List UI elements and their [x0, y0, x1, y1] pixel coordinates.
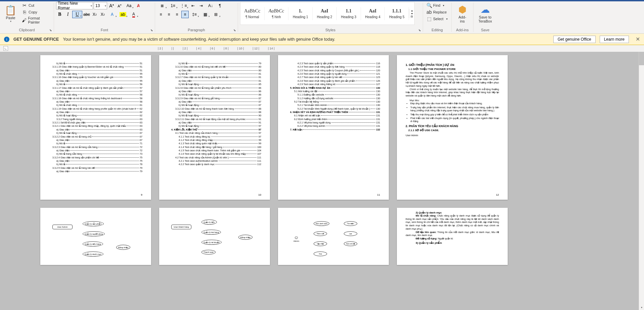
shrink-font-button[interactable]: A▾	[116, 2, 123, 9]
scroll-down-button[interactable]: ▾	[639, 305, 644, 310]
style-item-0[interactable]: AaBbCc¶ Normal	[240, 7, 265, 20]
page-11: 4.2.3 Test case quản lý sản phẩm1164.2.4…	[278, 55, 389, 200]
sort-button[interactable]: A↓	[205, 2, 216, 9]
align-right-button[interactable]: ≡	[173, 11, 181, 18]
gallery-down[interactable]: ▾	[409, 12, 414, 15]
page-15: Admin Xem danh sách Thêm mới Cập nhật Xó…	[278, 208, 389, 265]
multilevel-list-button[interactable]: ⋮≡▾	[179, 2, 189, 9]
change-case-button[interactable]: Aa▾	[124, 2, 134, 9]
style-item-3[interactable]: AaIHeading 2	[313, 7, 337, 20]
document-area[interactable]: b) Mô tả513.3.1.15 Giao diện trang quản …	[0, 52, 644, 310]
find-label: Find	[433, 3, 440, 7]
paste-label: Paste	[6, 16, 15, 20]
styles-gallery[interactable]: AaBbCc¶ NormalAaBbCc¶ hinh1.Heading 1AaI…	[240, 2, 415, 25]
group-editing: 🔍Find▾ abReplace ⬚Select▾ Editing	[423, 1, 451, 33]
justify-button[interactable]: ≡	[181, 11, 189, 18]
group-clipboard: 📋 Paste ▾ ✂Cut ⎘Copy 🖌Format Painter Cli…	[0, 1, 54, 33]
ribbon: 📋 Paste ▾ ✂Cut ⎘Copy 🖌Format Painter Cli…	[0, 1, 644, 34]
scroll-thumb[interactable]	[639, 52, 644, 65]
diagram-ellipse: Xóa	[314, 251, 327, 256]
group-save: ☁Save to TeraBox Save	[473, 1, 497, 33]
font-group-label: Font	[56, 27, 153, 33]
diagram-ellipse: Quản lý sản phẩm	[83, 221, 104, 226]
font-name-value: Times New Romar	[58, 1, 87, 10]
subscript-button[interactable]: X2	[91, 11, 98, 18]
font-size-value: 13	[95, 3, 100, 8]
diagram-ellipse: Đăng nhập	[116, 245, 130, 250]
copy-button[interactable]: ⎘Copy	[20, 9, 52, 15]
style-item-2[interactable]: 1.Heading 1	[288, 7, 313, 20]
gallery-up[interactable]: ▴	[409, 9, 414, 12]
font-name-combo[interactable]: Times New Romar▾	[56, 2, 93, 9]
italic-button[interactable]: I	[64, 11, 72, 18]
styles-dialog-launcher[interactable]: ⬊	[417, 28, 422, 33]
bold-button[interactable]: B	[56, 11, 63, 18]
format-painter-button[interactable]: 🖌Format Painter	[20, 15, 52, 25]
style-item-1[interactable]: AaBbCc¶ hinh	[265, 7, 289, 20]
cut-button[interactable]: ✂Cut	[20, 2, 52, 9]
paragraph-dialog-launcher[interactable]: ⬊	[232, 28, 237, 33]
font-color-button[interactable]: A▾	[129, 11, 139, 18]
borders-button[interactable]: ⊞▾	[211, 11, 221, 18]
page-16: 2) Quản lý danh mụcMô tả chức năng: Chức…	[397, 208, 508, 265]
styles-group-label: Styles	[240, 27, 421, 33]
find-button[interactable]: 🔍Find▾	[425, 2, 446, 9]
horizontal-ruler[interactable]: | 2 || || 2 || 4 || 6 || 8 || 10 || 12 |…	[158, 47, 275, 50]
grow-font-button[interactable]: A▴	[108, 2, 115, 9]
get-genuine-office-button[interactable]: Get genuine Office	[553, 36, 596, 43]
diagram-ellipse: Quản lý tài khoản	[201, 240, 222, 245]
gallery-more[interactable]: ⊟	[409, 15, 414, 18]
save-group-label: Save	[475, 27, 495, 33]
page-12: 1. GIỚI THIỆU (PHÂN TÍCH ) DỰ ÁN1.1 GIỚI…	[397, 55, 508, 200]
increase-indent-button[interactable]: ⇥	[197, 2, 205, 9]
shading-button[interactable]: ▦▾	[200, 11, 210, 18]
font-size-combo[interactable]: 13▾	[94, 2, 107, 9]
align-left-button[interactable]: ≡	[157, 11, 165, 18]
replace-button[interactable]: abReplace	[425, 9, 448, 15]
underline-button[interactable]: U▾	[72, 11, 82, 18]
chevron-down-icon: ▾	[91, 4, 92, 7]
format-painter-label: Format Painter	[28, 16, 50, 24]
ruler-row: ∟ | 2 || || 2 || 4 || 6 || 8 || 10 || 12…	[0, 45, 644, 52]
diagram-ellipse: Quản lý bài hàng	[201, 230, 221, 235]
strikethrough-button[interactable]: abc	[83, 11, 90, 18]
diagram-ellipse: Cập nhật	[314, 241, 327, 246]
style-item-5[interactable]: AaIHeading 4	[361, 7, 385, 20]
genuine-office-banner: i GET GENUINE OFFICE Your license isn't …	[0, 34, 644, 45]
select-button[interactable]: ⬚Select▾	[425, 15, 449, 22]
bullets-button[interactable]: ≣▾	[157, 2, 167, 9]
info-icon: i	[4, 37, 9, 42]
select-icon: ⬚	[426, 16, 432, 22]
search-icon: 🔍	[426, 3, 432, 8]
align-center-button[interactable]: ≡	[165, 11, 173, 18]
numbering-button[interactable]: 1≡▾	[168, 2, 178, 9]
text-effects-button[interactable]: A▾	[107, 11, 117, 18]
learn-more-button[interactable]: Learn more	[600, 36, 629, 43]
style-item-6[interactable]: 1.1.1Heading 5	[385, 7, 409, 20]
style-item-4[interactable]: 1.1Heading 3	[337, 7, 361, 20]
clear-formatting-button[interactable]: A̷	[135, 2, 142, 9]
highlight-button[interactable]: ab▾	[118, 11, 128, 18]
addins-icon: ⬢	[458, 5, 466, 14]
addins-button[interactable]: ⬢Add-ins	[454, 2, 471, 26]
line-spacing-button[interactable]: ‡≡▾	[189, 11, 199, 18]
chevron-down-icon: ▾	[105, 4, 106, 7]
superscript-button[interactable]: X2	[99, 11, 106, 18]
decrease-indent-button[interactable]: ⇤	[189, 2, 197, 9]
font-dialog-launcher[interactable]: ⬊	[149, 28, 154, 33]
paste-button[interactable]: 📋 Paste ▾	[2, 2, 19, 26]
group-addins: ⬢Add-ins Add-ins	[452, 1, 473, 33]
tab-selector[interactable]: ∟	[3, 46, 8, 51]
save-terabox-button[interactable]: ☁Save to TeraBox	[475, 2, 495, 26]
page-number: 12	[496, 193, 499, 196]
diagram-ellipse: Quản lý đơn hàng	[83, 241, 103, 246]
paragraph-group-label: Paragraph	[157, 27, 236, 33]
vertical-scrollbar[interactable]: ▴ ▾	[639, 52, 644, 310]
replace-label: Replace	[433, 10, 447, 14]
show-paragraph-marks-button[interactable]: ¶	[216, 2, 224, 9]
close-banner-button[interactable]: ✕	[636, 36, 640, 42]
clipboard-dialog-launcher[interactable]: ⬊	[48, 28, 53, 33]
copy-icon: ⎘	[22, 9, 27, 15]
addins-group-label: Add-ins	[454, 27, 471, 33]
diagram-ellipse: Quản lý danh mục	[83, 251, 103, 257]
